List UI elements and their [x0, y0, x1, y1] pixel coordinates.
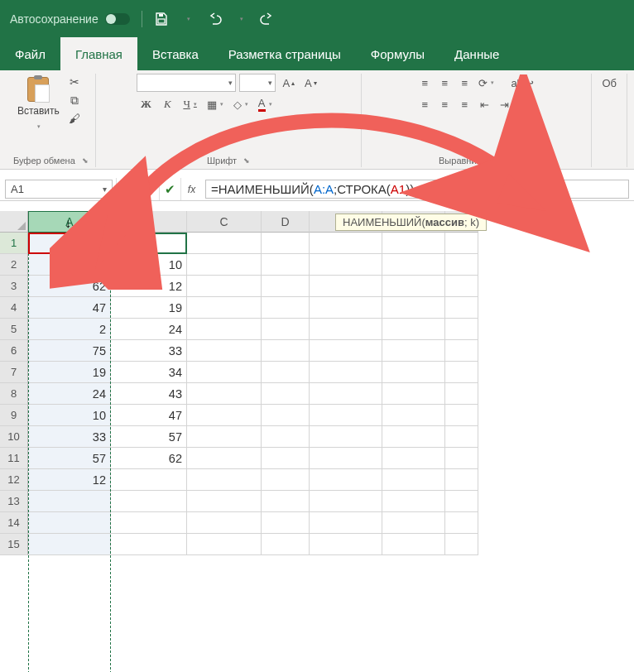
cell-C14[interactable]: [187, 512, 262, 534]
cell-C6[interactable]: [187, 340, 262, 362]
name-box[interactable]: A1 ▾: [5, 180, 113, 199]
cell-D3[interactable]: [262, 276, 310, 297]
cell-E9[interactable]: [310, 405, 382, 426]
cell-F12[interactable]: [382, 469, 445, 491]
row-header-2[interactable]: 2: [0, 254, 28, 276]
cell-E3[interactable]: [310, 276, 382, 297]
cell-G13[interactable]: [445, 491, 478, 512]
formula-input[interactable]: =НАИМЕНЬШИЙ(A:A;СТРОКА(A1)): [205, 180, 629, 199]
fx-icon[interactable]: fx: [180, 178, 202, 200]
cell-A7[interactable]: 19: [28, 362, 111, 383]
cell-D11[interactable]: [262, 448, 310, 469]
cell-F9[interactable]: [382, 405, 445, 426]
row-header-12[interactable]: 12: [0, 469, 28, 491]
cell-G10[interactable]: [445, 426, 478, 448]
cell-C8[interactable]: [187, 383, 262, 405]
cell-E14[interactable]: [310, 512, 382, 534]
cell-C1[interactable]: [187, 233, 262, 254]
row-header-10[interactable]: 10: [0, 426, 28, 448]
cell-C7[interactable]: [187, 362, 262, 383]
cell-D1[interactable]: [262, 233, 310, 254]
cell-C15[interactable]: [187, 534, 262, 555]
align-center-icon[interactable]: ≡: [435, 95, 454, 113]
cell-C3[interactable]: [187, 276, 262, 297]
cell-G8[interactable]: [445, 383, 478, 405]
cell-B10[interactable]: 57: [111, 426, 187, 448]
cell-E6[interactable]: [310, 340, 382, 362]
row-header-4[interactable]: 4: [0, 297, 28, 319]
dialog-launcher-icon[interactable]: ⬊: [243, 156, 250, 165]
cell-B2[interactable]: 10: [111, 254, 187, 276]
decrease-font-icon[interactable]: A▾: [301, 74, 320, 92]
cell-D10[interactable]: [262, 426, 310, 448]
align-right-icon[interactable]: ≡: [455, 95, 473, 113]
cell-D13[interactable]: [262, 491, 310, 512]
paste-dropdown-icon[interactable]: [36, 118, 41, 131]
cell-A8[interactable]: 24: [28, 383, 111, 405]
save-icon[interactable]: [154, 12, 169, 26]
column-header-B[interactable]: B: [111, 211, 187, 233]
row-header-15[interactable]: 15: [0, 534, 28, 555]
cell-F11[interactable]: [382, 448, 445, 469]
align-left-icon[interactable]: ≡: [415, 95, 434, 113]
column-header-C[interactable]: C: [187, 211, 262, 233]
select-all-corner[interactable]: [0, 211, 28, 233]
cell-E8[interactable]: [310, 383, 382, 405]
cell-G5[interactable]: [445, 319, 478, 340]
cell-F14[interactable]: [382, 512, 445, 534]
copy-icon[interactable]: ⧉: [65, 92, 84, 108]
cell-D7[interactable]: [262, 362, 310, 383]
font-size-combo[interactable]: [239, 74, 276, 92]
enter-icon[interactable]: ✔: [159, 178, 180, 200]
cell-F15[interactable]: [382, 534, 445, 555]
row-header-11[interactable]: 11: [0, 448, 28, 469]
align-top-icon[interactable]: ≡: [415, 74, 434, 92]
cell-F5[interactable]: [382, 319, 445, 340]
cell-D6[interactable]: [262, 340, 310, 362]
cell-B12[interactable]: [111, 469, 187, 491]
tab-file[interactable]: Файл: [0, 37, 60, 70]
cell-B8[interactable]: 43: [111, 383, 187, 405]
cell-F2[interactable]: [382, 254, 445, 276]
cell-G7[interactable]: [445, 362, 478, 383]
borders-icon[interactable]: ▦: [204, 95, 227, 113]
cell-E2[interactable]: [310, 254, 382, 276]
cell-C12[interactable]: [187, 469, 262, 491]
cell-F10[interactable]: [382, 426, 445, 448]
cell-G12[interactable]: [445, 469, 478, 491]
row-header-6[interactable]: 6: [0, 340, 28, 362]
cell-C11[interactable]: [187, 448, 262, 469]
cell-A4[interactable]: 47: [28, 297, 111, 319]
cell-E4[interactable]: [310, 297, 382, 319]
cell-A12[interactable]: 12: [28, 469, 111, 491]
undo-dropdown-icon[interactable]: [233, 12, 248, 26]
cell-B6[interactable]: 33: [111, 340, 187, 362]
cell-B7[interactable]: 34: [111, 362, 187, 383]
cell-B13[interactable]: [111, 491, 187, 512]
row-header-13[interactable]: 13: [0, 491, 28, 512]
cancel-icon[interactable]: ✕: [137, 178, 159, 200]
cell-B15[interactable]: [111, 534, 187, 555]
fill-color-icon[interactable]: ◇: [230, 95, 252, 113]
column-header-D[interactable]: D: [262, 211, 310, 233]
cell-D9[interactable]: [262, 405, 310, 426]
paste-button[interactable]: Вставить: [17, 105, 60, 117]
cell-G4[interactable]: [445, 297, 478, 319]
cell-A5[interactable]: 2: [28, 319, 111, 340]
cell-B1[interactable]: A:A;: [111, 233, 187, 254]
tab-page-layout[interactable]: Разметка страницы: [214, 37, 356, 70]
cell-F13[interactable]: [382, 491, 445, 512]
cell-E1[interactable]: [310, 233, 382, 254]
cell-A15[interactable]: [28, 534, 111, 555]
row-header-8[interactable]: 8: [0, 383, 28, 405]
bold-button[interactable]: Ж: [137, 95, 155, 113]
cell-D4[interactable]: [262, 297, 310, 319]
cell-B3[interactable]: 12: [111, 276, 187, 297]
dialog-launcher-icon[interactable]: ⬊: [508, 156, 515, 165]
cell-F1[interactable]: [382, 233, 445, 254]
cell-F3[interactable]: [382, 276, 445, 297]
cell-F4[interactable]: [382, 297, 445, 319]
cell-E5[interactable]: [310, 319, 382, 340]
cell-D8[interactable]: [262, 383, 310, 405]
cell-C4[interactable]: [187, 297, 262, 319]
